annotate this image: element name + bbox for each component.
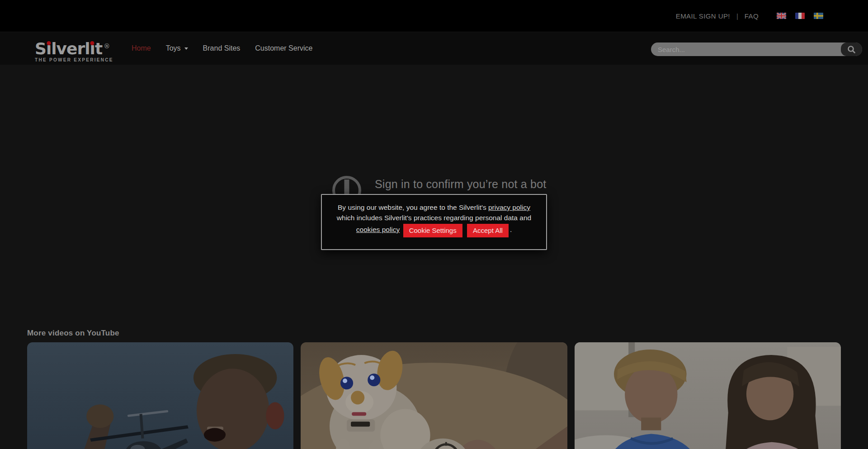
logo-letter: lverl bbox=[51, 39, 90, 58]
language-switcher bbox=[777, 13, 823, 19]
search-icon bbox=[847, 45, 856, 54]
nav-item-brand-sites[interactable]: Brand Sites bbox=[203, 44, 241, 52]
nav-item-home[interactable]: Home bbox=[132, 44, 151, 52]
chevron-down-icon bbox=[184, 47, 188, 50]
logo-wordmark: Sılverlıt® bbox=[35, 38, 113, 57]
thumbnail-image-robot-dog bbox=[301, 342, 567, 449]
france-flag-icon[interactable] bbox=[795, 13, 805, 19]
cookie-text: which includes Silverlit's practices reg… bbox=[337, 214, 531, 222]
silverlit-logo[interactable]: Sılverlıt® THE POWER EXPERIENCE bbox=[35, 38, 113, 62]
logo-tagline: THE POWER EXPERIENCE bbox=[35, 57, 113, 62]
logo-letter: t bbox=[95, 39, 102, 58]
top-utility-bar: EMAIL SIGN UP! | FAQ bbox=[0, 0, 868, 32]
video-thumbnail-kids[interactable] bbox=[575, 342, 841, 449]
video-thumbnail-row bbox=[27, 342, 841, 449]
cookie-consent-dialog: By using our website, you agree to the S… bbox=[321, 194, 547, 250]
email-signup-link[interactable]: EMAIL SIGN UP! bbox=[676, 12, 730, 20]
faq-link[interactable]: FAQ bbox=[745, 12, 759, 20]
thumbnail-image-helicopter-boy bbox=[27, 342, 293, 449]
logo-red-dot bbox=[90, 41, 94, 45]
nav-item-customer-service[interactable]: Customer Service bbox=[255, 44, 312, 52]
logo-letter: S bbox=[35, 39, 46, 58]
thumbnail-image-two-kids bbox=[575, 342, 841, 449]
cookie-text: . bbox=[510, 226, 512, 233]
cookie-text: By using our website, you agree to the S… bbox=[338, 203, 488, 211]
nav-item-toys[interactable]: Toys bbox=[166, 44, 188, 52]
accept-all-button[interactable]: Accept All bbox=[467, 224, 509, 237]
privacy-policy-link[interactable]: privacy policy bbox=[488, 203, 530, 211]
logo-red-dot bbox=[47, 41, 51, 45]
uk-flag-icon[interactable] bbox=[777, 13, 786, 19]
cookies-policy-link[interactable]: cookies policy bbox=[356, 226, 400, 233]
more-videos-heading: More videos on YouTube bbox=[27, 329, 119, 338]
nav-item-label: Toys bbox=[166, 44, 181, 52]
main-nav: Home Toys Brand Sites Customer Service bbox=[132, 32, 312, 65]
video-thumbnail-helicopter[interactable] bbox=[27, 342, 293, 449]
site-header: Sılverlıt® THE POWER EXPERIENCE Home Toy… bbox=[0, 32, 868, 65]
video-thumbnail-robot-dog[interactable] bbox=[301, 342, 567, 449]
topbar-separator: | bbox=[736, 12, 738, 20]
sweden-flag-icon[interactable] bbox=[814, 13, 823, 19]
cookie-settings-button[interactable]: Cookie Settings bbox=[403, 224, 462, 237]
search-button[interactable] bbox=[841, 43, 862, 56]
registered-trademark-symbol: ® bbox=[104, 43, 109, 50]
search-bar bbox=[651, 43, 862, 56]
search-input[interactable] bbox=[651, 43, 862, 56]
